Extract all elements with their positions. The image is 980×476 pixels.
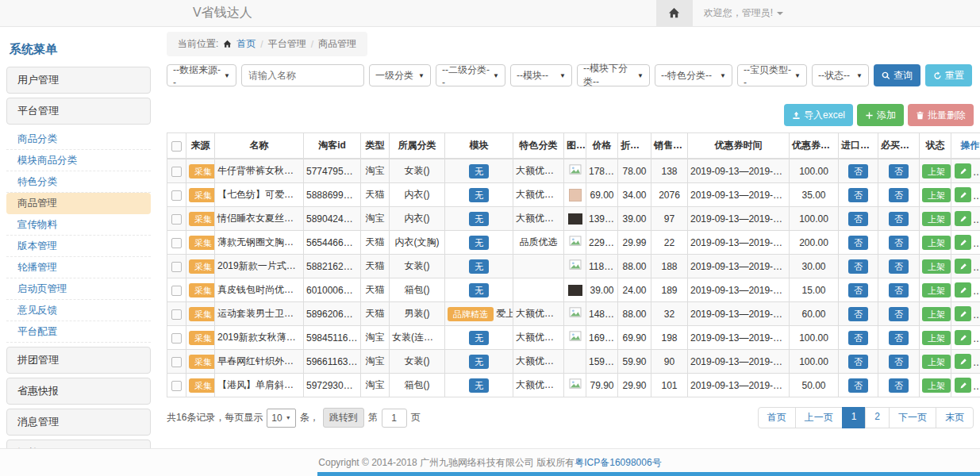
must-buy-badge[interactable]: 否 — [889, 283, 909, 298]
edit-button[interactable] — [955, 354, 971, 369]
status-badge[interactable]: 上架 — [922, 236, 951, 250]
sidebar-subitem[interactable]: 模块商品分类 — [6, 150, 151, 171]
status-badge[interactable]: 上架 — [922, 307, 951, 321]
row-checkbox[interactable] — [171, 190, 182, 201]
status-badge[interactable]: 上架 — [922, 259, 951, 274]
jump-button[interactable]: 跳转到 — [323, 408, 364, 428]
edit-button[interactable] — [955, 163, 971, 178]
pager-button[interactable]: 末页 — [936, 407, 974, 428]
pager-button[interactable]: 2 — [865, 407, 890, 428]
must-buy-badge[interactable]: 否 — [889, 331, 909, 345]
row-checkbox[interactable] — [171, 357, 182, 367]
module-select[interactable]: --模块--▼ — [510, 64, 572, 86]
select-all-checkbox[interactable] — [171, 141, 182, 152]
must-buy-badge[interactable]: 否 — [889, 378, 909, 393]
sidebar-subitem[interactable]: 版本管理 — [6, 236, 151, 257]
pager-button[interactable]: 上一页 — [795, 407, 843, 428]
category-cell: 箱包() — [390, 278, 445, 302]
edit-button[interactable] — [955, 282, 971, 298]
row-checkbox[interactable] — [171, 381, 182, 391]
must-buy-badge[interactable]: 否 — [889, 164, 909, 178]
imported-badge[interactable]: 否 — [848, 259, 868, 274]
bottom-scroll-strip[interactable] — [317, 472, 980, 476]
status-badge[interactable]: 上架 — [922, 283, 951, 298]
edit-button[interactable] — [955, 211, 971, 226]
edit-button[interactable] — [955, 187, 971, 202]
import-excel-button[interactable]: 导入excel — [784, 104, 853, 126]
must-buy-badge[interactable]: 否 — [889, 307, 909, 321]
imported-badge[interactable]: 否 — [848, 236, 868, 250]
item-type-select[interactable]: --宝贝类型--▼ — [737, 64, 807, 86]
imported-badge[interactable]: 否 — [848, 331, 868, 345]
icp-link[interactable]: 粤ICP备16098006号 — [575, 456, 661, 470]
imported-badge[interactable]: 否 — [848, 188, 868, 202]
per-page-select[interactable]: 10 ▼ — [267, 409, 295, 428]
special-category-select[interactable]: --特色分类--▼ — [655, 64, 732, 86]
sidebar-group[interactable]: 订单管理 — [6, 440, 151, 448]
breadcrumb-home-link[interactable]: 首页 — [236, 37, 256, 51]
reset-button[interactable]: 重置 — [925, 64, 972, 86]
pager-button[interactable]: 1 — [842, 407, 867, 428]
user-menu[interactable]: 欢迎您，管理员! — [704, 6, 783, 20]
status-badge[interactable]: 上架 — [922, 355, 951, 369]
must-buy-badge[interactable]: 否 — [889, 259, 909, 274]
sidebar-subitem[interactable]: 宣传物料 — [6, 214, 151, 236]
edit-button[interactable] — [955, 306, 971, 321]
level1-category-select[interactable]: 一级分类▼ — [369, 64, 431, 86]
level2-category-select[interactable]: --二级分类--▼ — [436, 64, 505, 86]
must-buy-badge[interactable]: 否 — [889, 236, 909, 250]
edit-button[interactable] — [955, 378, 971, 393]
home-button[interactable] — [656, 0, 693, 26]
status-badge[interactable]: 上架 — [922, 188, 951, 202]
row-checkbox[interactable] — [171, 309, 182, 320]
status-badge[interactable]: 上架 — [922, 212, 951, 226]
batch-delete-button[interactable]: 批量删除 — [908, 104, 974, 126]
data-source-select[interactable]: --数据来源--▼ — [167, 64, 236, 86]
sidebar-group[interactable]: 消息管理 — [6, 409, 151, 436]
imported-badge[interactable]: 否 — [848, 283, 868, 298]
name-input[interactable] — [241, 64, 364, 86]
sidebar-subitem[interactable]: 启动页管理 — [6, 278, 151, 300]
sidebar-subitem[interactable]: 平台配置 — [6, 321, 151, 343]
edit-button[interactable] — [955, 259, 971, 274]
pager-button[interactable]: 下一页 — [889, 407, 936, 428]
sidebar-group[interactable]: 省惠快报 — [6, 378, 151, 405]
imported-badge[interactable]: 否 — [848, 307, 868, 321]
status-badge[interactable]: 上架 — [922, 378, 951, 393]
search-button[interactable]: 查询 — [874, 64, 920, 86]
sidebar-group[interactable]: 平台管理 — [6, 98, 151, 125]
must-buy-badge[interactable]: 否 — [889, 212, 909, 226]
coupon-time-cell: 2019-09-13—2019-09-17 — [688, 350, 790, 374]
sidebar-group[interactable]: 拼团管理 — [6, 347, 151, 374]
module-cell: 无 — [445, 278, 513, 302]
sidebar-group[interactable]: 用户管理 — [6, 67, 151, 94]
actions-cell — [951, 255, 980, 278]
row-checkbox[interactable] — [171, 286, 182, 296]
add-button[interactable]: 添加 — [857, 104, 904, 126]
sidebar-subitem[interactable]: 特色分类 — [6, 171, 151, 193]
sidebar-subitem[interactable]: 轮播管理 — [6, 257, 151, 278]
imported-badge[interactable]: 否 — [848, 355, 868, 369]
row-checkbox[interactable] — [171, 333, 182, 344]
imported-badge[interactable]: 否 — [848, 212, 868, 226]
pager-button[interactable]: 首页 — [758, 407, 796, 428]
row-checkbox[interactable] — [171, 238, 182, 248]
module-subcategory-select[interactable]: --模块下分类--▼ — [577, 64, 650, 86]
row-checkbox[interactable] — [171, 167, 182, 177]
row-checkbox[interactable] — [171, 214, 182, 225]
jump-page-input[interactable] — [382, 409, 407, 428]
must-buy-badge[interactable]: 否 — [889, 188, 909, 202]
status-badge[interactable]: 上架 — [922, 164, 951, 178]
sidebar-subitem[interactable]: 商品分类 — [6, 129, 151, 150]
status-badge[interactable]: 上架 — [922, 331, 951, 345]
imported-badge[interactable]: 否 — [848, 378, 868, 393]
sidebar-subitem[interactable]: 意见反馈 — [6, 300, 151, 321]
imported-badge[interactable]: 否 — [848, 164, 868, 178]
pagination-bar: 共16条记录，每页显示 10 ▼ 条， 跳转到 第 页 首页上一页12下一页末页 — [167, 407, 974, 428]
row-checkbox[interactable] — [171, 262, 182, 272]
edit-button[interactable] — [955, 330, 971, 345]
status-select[interactable]: --状态--▼ — [812, 64, 869, 86]
sidebar-subitem[interactable]: 商品管理 — [6, 193, 151, 214]
must-buy-badge[interactable]: 否 — [889, 355, 909, 369]
edit-button[interactable] — [955, 235, 971, 250]
